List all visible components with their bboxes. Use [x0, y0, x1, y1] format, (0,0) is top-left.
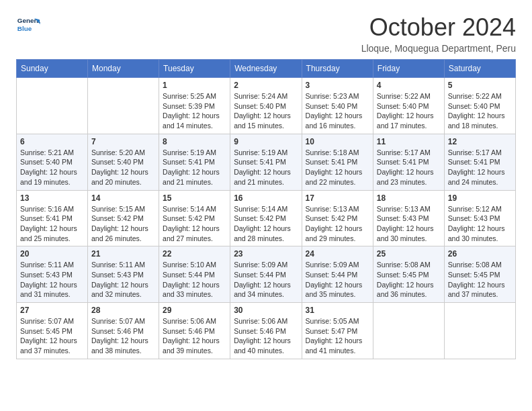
day-detail: Sunrise: 5:07 AMSunset: 5:45 PMDaylight:… — [20, 316, 84, 356]
weekday-header-tuesday: Tuesday — [159, 60, 230, 78]
day-number: 29 — [163, 306, 226, 315]
location-subtitle: Lloque, Moquegua Department, Peru — [361, 43, 516, 54]
day-detail: Sunrise: 5:06 AMSunset: 5:46 PMDaylight:… — [163, 316, 226, 356]
day-detail: Sunrise: 5:22 AMSunset: 5:40 PMDaylight:… — [448, 91, 512, 131]
day-detail: Sunrise: 5:25 AMSunset: 5:39 PMDaylight:… — [163, 91, 226, 131]
day-number: 15 — [163, 193, 226, 203]
day-detail: Sunrise: 5:05 AMSunset: 5:47 PMDaylight:… — [306, 316, 369, 356]
calendar-cell: 4Sunrise: 5:22 AMSunset: 5:40 PMDaylight… — [373, 78, 444, 134]
calendar-cell: 2Sunrise: 5:24 AMSunset: 5:40 PMDaylight… — [230, 78, 302, 134]
day-number: 11 — [377, 137, 441, 146]
day-detail: Sunrise: 5:21 AMSunset: 5:40 PMDaylight:… — [20, 148, 84, 187]
calendar-week-row: 1Sunrise: 5:25 AMSunset: 5:39 PMDaylight… — [17, 78, 516, 134]
day-number: 1 — [163, 81, 226, 90]
day-number: 17 — [306, 193, 369, 203]
day-detail: Sunrise: 5:18 AMSunset: 5:41 PMDaylight:… — [306, 148, 369, 187]
day-detail: Sunrise: 5:11 AMSunset: 5:43 PMDaylight:… — [20, 260, 84, 300]
calendar-cell: 27Sunrise: 5:07 AMSunset: 5:45 PMDayligh… — [17, 303, 88, 359]
day-detail: Sunrise: 5:23 AMSunset: 5:40 PMDaylight:… — [306, 91, 369, 131]
calendar-table: SundayMondayTuesdayWednesdayThursdayFrid… — [16, 59, 516, 359]
calendar-week-row: 20Sunrise: 5:11 AMSunset: 5:43 PMDayligh… — [17, 246, 516, 303]
day-number: 5 — [448, 81, 512, 90]
calendar-cell: 28Sunrise: 5:07 AMSunset: 5:46 PMDayligh… — [88, 303, 159, 359]
day-number: 22 — [163, 249, 226, 259]
day-number: 24 — [306, 249, 369, 259]
calendar-cell: 12Sunrise: 5:17 AMSunset: 5:41 PMDayligh… — [444, 134, 515, 190]
calendar-cell: 11Sunrise: 5:17 AMSunset: 5:41 PMDayligh… — [373, 134, 444, 190]
weekday-header-friday: Friday — [373, 60, 444, 78]
day-detail: Sunrise: 5:13 AMSunset: 5:42 PMDaylight:… — [306, 204, 369, 244]
day-number: 31 — [306, 306, 369, 315]
calendar-cell: 21Sunrise: 5:11 AMSunset: 5:43 PMDayligh… — [88, 246, 159, 303]
month-title: October 2024 — [361, 13, 516, 42]
weekday-header-saturday: Saturday — [444, 60, 515, 78]
calendar-cell — [373, 303, 444, 359]
calendar-cell: 3Sunrise: 5:23 AMSunset: 5:40 PMDaylight… — [302, 78, 373, 134]
logo: General Blue — [16, 13, 42, 38]
day-number: 19 — [448, 193, 512, 203]
day-detail: Sunrise: 5:08 AMSunset: 5:45 PMDaylight:… — [377, 260, 441, 300]
calendar-cell: 29Sunrise: 5:06 AMSunset: 5:46 PMDayligh… — [159, 303, 230, 359]
calendar-cell: 23Sunrise: 5:09 AMSunset: 5:44 PMDayligh… — [230, 246, 302, 303]
calendar-cell: 24Sunrise: 5:09 AMSunset: 5:44 PMDayligh… — [302, 246, 373, 303]
calendar-cell: 10Sunrise: 5:18 AMSunset: 5:41 PMDayligh… — [302, 134, 373, 190]
day-number: 26 — [448, 249, 512, 259]
day-number: 14 — [91, 193, 155, 203]
day-number: 18 — [377, 193, 441, 203]
calendar-cell: 15Sunrise: 5:14 AMSunset: 5:42 PMDayligh… — [159, 190, 230, 246]
calendar-cell — [17, 78, 88, 134]
calendar-cell: 25Sunrise: 5:08 AMSunset: 5:45 PMDayligh… — [373, 246, 444, 303]
day-detail: Sunrise: 5:20 AMSunset: 5:40 PMDaylight:… — [91, 148, 155, 187]
day-number: 4 — [377, 81, 441, 90]
calendar-cell: 20Sunrise: 5:11 AMSunset: 5:43 PMDayligh… — [17, 246, 88, 303]
weekday-header-sunday: Sunday — [17, 60, 88, 78]
header: General Blue October 2024 Lloque, Moqueg… — [16, 13, 516, 54]
day-detail: Sunrise: 5:17 AMSunset: 5:41 PMDaylight:… — [377, 148, 441, 187]
svg-text:Blue: Blue — [17, 25, 32, 32]
day-detail: Sunrise: 5:12 AMSunset: 5:43 PMDaylight:… — [448, 204, 512, 244]
calendar-cell: 31Sunrise: 5:05 AMSunset: 5:47 PMDayligh… — [302, 303, 373, 359]
day-detail: Sunrise: 5:09 AMSunset: 5:44 PMDaylight:… — [306, 260, 369, 300]
day-number: 20 — [20, 249, 84, 259]
day-detail: Sunrise: 5:19 AMSunset: 5:41 PMDaylight:… — [163, 148, 226, 187]
day-detail: Sunrise: 5:13 AMSunset: 5:43 PMDaylight:… — [377, 204, 441, 244]
day-detail: Sunrise: 5:09 AMSunset: 5:44 PMDaylight:… — [234, 260, 298, 300]
day-number: 13 — [20, 193, 84, 203]
day-number: 8 — [163, 137, 226, 146]
day-number: 25 — [377, 249, 441, 259]
weekday-header-wednesday: Wednesday — [230, 60, 302, 78]
calendar-cell: 30Sunrise: 5:06 AMSunset: 5:46 PMDayligh… — [230, 303, 302, 359]
day-detail: Sunrise: 5:14 AMSunset: 5:42 PMDaylight:… — [163, 204, 226, 244]
calendar-cell: 17Sunrise: 5:13 AMSunset: 5:42 PMDayligh… — [302, 190, 373, 246]
calendar-cell: 5Sunrise: 5:22 AMSunset: 5:40 PMDaylight… — [444, 78, 515, 134]
day-number: 23 — [234, 249, 298, 259]
calendar-cell: 26Sunrise: 5:08 AMSunset: 5:45 PMDayligh… — [444, 246, 515, 303]
day-number: 28 — [91, 306, 155, 315]
day-detail: Sunrise: 5:19 AMSunset: 5:41 PMDaylight:… — [234, 148, 298, 187]
day-number: 3 — [306, 81, 369, 90]
day-detail: Sunrise: 5:16 AMSunset: 5:41 PMDaylight:… — [20, 204, 84, 244]
weekday-header-monday: Monday — [88, 60, 159, 78]
calendar-cell: 8Sunrise: 5:19 AMSunset: 5:41 PMDaylight… — [159, 134, 230, 190]
day-detail: Sunrise: 5:11 AMSunset: 5:43 PMDaylight:… — [91, 260, 155, 300]
calendar-cell: 7Sunrise: 5:20 AMSunset: 5:40 PMDaylight… — [88, 134, 159, 190]
calendar-cell: 16Sunrise: 5:14 AMSunset: 5:42 PMDayligh… — [230, 190, 302, 246]
calendar-cell: 18Sunrise: 5:13 AMSunset: 5:43 PMDayligh… — [373, 190, 444, 246]
day-number: 9 — [234, 137, 298, 146]
day-detail: Sunrise: 5:22 AMSunset: 5:40 PMDaylight:… — [377, 91, 441, 131]
day-detail: Sunrise: 5:17 AMSunset: 5:41 PMDaylight:… — [448, 148, 512, 187]
calendar-cell: 19Sunrise: 5:12 AMSunset: 5:43 PMDayligh… — [444, 190, 515, 246]
day-detail: Sunrise: 5:15 AMSunset: 5:42 PMDaylight:… — [91, 204, 155, 244]
day-number: 16 — [234, 193, 298, 203]
day-detail: Sunrise: 5:08 AMSunset: 5:45 PMDaylight:… — [448, 260, 512, 300]
calendar-cell — [444, 303, 515, 359]
day-detail: Sunrise: 5:06 AMSunset: 5:46 PMDaylight:… — [234, 316, 298, 356]
calendar-cell — [88, 78, 159, 134]
day-number: 12 — [448, 137, 512, 146]
weekday-header-thursday: Thursday — [302, 60, 373, 78]
day-number: 21 — [91, 249, 155, 259]
day-number: 7 — [91, 137, 155, 146]
day-number: 30 — [234, 306, 298, 315]
calendar-cell: 9Sunrise: 5:19 AMSunset: 5:41 PMDaylight… — [230, 134, 302, 190]
day-number: 10 — [306, 137, 369, 146]
